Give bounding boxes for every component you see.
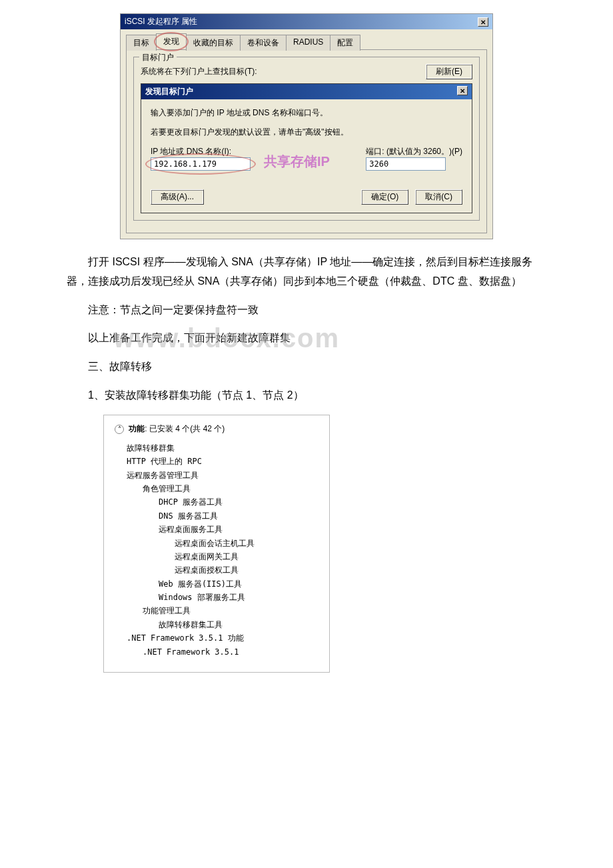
port-label: 端口: (默认值为 3260。)(P) [366, 146, 462, 157]
inner-dialog-titlebar: 发现目标门户 ✕ [141, 84, 472, 99]
tab-volumes[interactable]: 卷和设备 [240, 35, 287, 51]
step-1: 1、安装故障转移群集功能（节点 1、节点 2） [67, 386, 546, 405]
tab-strip: 目标 发现 收藏的目标 卷和设备 RADIUS 配置 [121, 29, 492, 49]
tab-panel: 目标门户 系统将在下列门户上查找目标(T): 刷新(E) 发现目标门户 ✕ 输入… [126, 49, 487, 233]
inner-dialog-title: 发现目标门户 [145, 86, 193, 97]
feature-item: 远程桌面服务工具 [159, 523, 318, 536]
feature-item: HTTP 代理上的 RPC [127, 455, 318, 468]
port-input[interactable] [366, 157, 446, 171]
feature-item: DHCP 服务器工具 [159, 495, 318, 509]
feature-item: 远程桌面网关工具 [175, 550, 318, 563]
tab-radius[interactable]: RADIUS [286, 35, 330, 51]
feature-item: Web 服务器(IIS)工具 [159, 577, 318, 591]
hint-text-2: 若要更改目标门户发现的默认设置，请单击"高级"按钮。 [151, 127, 462, 138]
ip-input[interactable] [151, 157, 251, 171]
close-icon[interactable]: ✕ [478, 17, 488, 27]
iscsi-properties-dialog: iSCSI 发起程序 属性 ✕ 目标 发现 收藏的目标 卷和设备 RADIUS … [120, 13, 493, 239]
dialog-titlebar: iSCSI 发起程序 属性 ✕ [121, 14, 492, 29]
advanced-button[interactable]: 高级(A)... [151, 189, 204, 205]
features-list: 故障转移群集HTTP 代理上的 RPC远程服务器管理工具角色管理工具DHCP 服… [127, 441, 318, 659]
search-label: 系统将在下列门户上查找目标(T): [141, 66, 257, 77]
dialog-title: iSCSI 发起程序 属性 [125, 16, 197, 27]
discover-portal-dialog: 发现目标门户 ✕ 输入要添加门户的 IP 地址或 DNS 名称和端口号。 若要更… [141, 83, 472, 213]
features-panel: ˄ 功能: 已安装 4 个(共 42 个) 故障转移群集HTTP 代理上的 RP… [103, 415, 330, 673]
annotation-watermark: 共享存储IP [264, 153, 330, 171]
feature-item: 故障转移群集工具 [159, 618, 318, 631]
close-icon[interactable]: ✕ [457, 86, 468, 95]
feature-item: 角色管理工具 [143, 482, 318, 495]
tab-favorites[interactable]: 收藏的目标 [186, 35, 241, 51]
tab-target[interactable]: 目标 [126, 35, 157, 51]
cancel-button[interactable]: 取消(C) [415, 189, 462, 205]
paragraph-1: 打开 ISCSI 程序——发现输入 SNA（共享存储）IP 地址——确定连接，然… [67, 253, 546, 291]
feature-item: .NET Framework 3.5.1 功能 [127, 631, 318, 645]
feature-item: 远程服务器管理工具 [127, 469, 318, 482]
tab-discover[interactable]: 发现 [156, 33, 187, 49]
portal-legend: 目标门户 [139, 52, 177, 63]
features-header-bold: 功能 [129, 424, 145, 433]
hint-text-1: 输入要添加门户的 IP 地址或 DNS 名称和端口号。 [151, 107, 462, 119]
note-text: 注意：节点之间一定要保持盘符一致 [67, 301, 546, 320]
feature-item: .NET Framework 3.5.1 [143, 645, 318, 659]
feature-item: 故障转移群集 [127, 441, 318, 455]
chevron-up-icon[interactable]: ˄ [115, 425, 124, 434]
feature-item: 远程桌面授权工具 [175, 563, 318, 577]
features-header: ˄ 功能: 已安装 4 个(共 42 个) [115, 423, 318, 435]
tab-config[interactable]: 配置 [330, 35, 360, 51]
refresh-button[interactable]: 刷新(E) [426, 64, 472, 79]
ip-label: IP 地址或 DNS 名称(I): [151, 146, 251, 157]
feature-item: 功能管理工具 [143, 604, 318, 617]
heading-3: 三、故障转移 [67, 357, 546, 377]
feature-item: 远程桌面会话主机工具 [175, 537, 318, 550]
ok-button[interactable]: 确定(O) [361, 189, 408, 205]
feature-item: DNS 服务器工具 [159, 509, 318, 523]
feature-item: Windows 部署服务工具 [159, 591, 318, 604]
paragraph-2: 以上准备工作完成，下面开始新建故障群集 [67, 329, 546, 348]
portal-fieldset: 目标门户 系统将在下列门户上查找目标(T): 刷新(E) 发现目标门户 ✕ 输入… [133, 57, 480, 221]
features-header-rest: : 已安装 4 个(共 42 个) [145, 424, 225, 433]
